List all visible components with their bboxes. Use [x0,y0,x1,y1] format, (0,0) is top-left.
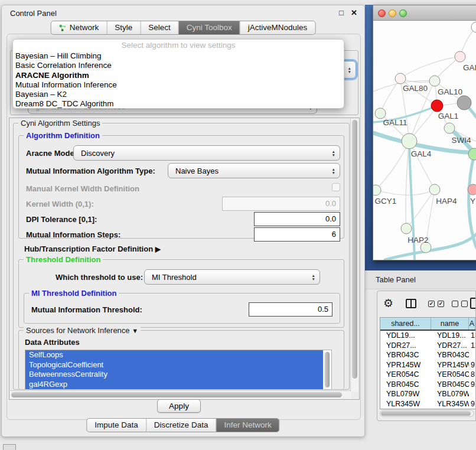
list-item[interactable]: BetweennessCentrality [25,370,323,380]
checked-checkbox-icon[interactable]: ✓ [438,301,444,307]
list-item[interactable]: gal4RGexp [25,380,323,390]
unchecked-checkbox-icon[interactable] [452,301,458,307]
tab-style[interactable]: Style [107,21,141,34]
tab-impute-data[interactable]: Impute Data [87,419,146,432]
checked-checkbox-icon[interactable]: ✓ [428,301,435,307]
close-icon[interactable]: ✕ [351,8,357,17]
dropdown-item[interactable]: Bayesian – Hill Climbing [13,51,344,61]
dropdown-prompt: Select algorithm to view settings [13,41,344,51]
table-row[interactable]: YDR27... YDR27... 12 [380,341,475,351]
mi-algorithm-type-label: Mutual Information Algorithm Type: [26,167,155,175]
node-gal1-selected[interactable] [431,100,443,112]
table-row[interactable]: YER054C YER054C 8. [380,370,475,380]
node-label: GAL10 [438,87,462,96]
dropdown-item[interactable]: Mutual Information Inference [13,80,344,90]
table-row[interactable]: YIL053C YIL053C 9 [380,409,475,409]
list-vertical-scrollbar[interactable] [324,351,330,388]
table-row[interactable]: YBR043C YBR043C [380,350,475,360]
column-browser-icon[interactable] [406,299,416,308]
node-unlabeled-top[interactable] [471,22,476,32]
node-gal4[interactable] [402,133,417,149]
node-hap2[interactable] [401,223,412,234]
table-row[interactable]: YLR345W YLR345W 9. [380,399,475,409]
kernel-width-field[interactable]: 0.0 [222,197,340,211]
tab-network[interactable]: Network [51,21,107,34]
chevron-down-icon[interactable]: ▼ [132,327,138,334]
table-horizontal-scrollbar[interactable] [380,410,474,417]
node-gal-partial[interactable] [455,51,465,62]
scrollbar-thumb[interactable] [352,120,357,379]
node-gray[interactable] [457,96,471,110]
sources-group: Sources for Network Inference ▼ Data Att… [18,330,344,389]
table-row[interactable]: YBL079W YBL079W [380,389,475,399]
gear-icon[interactable]: ⚙ [383,296,393,310]
minimized-panel-icon[interactable] [3,444,16,450]
mi-threshold-field[interactable]: 0.5 [249,302,332,317]
node-label: Y [470,197,475,206]
mi-steps-field[interactable]: 6 [254,227,340,242]
dpi-tolerance-field[interactable]: 0.0 [254,212,340,226]
aracne-mode-combobox[interactable]: Discovery ▲▼ [73,145,340,161]
column-header[interactable]: shared... [380,318,431,330]
network-window-titlebar[interactable] [373,5,476,21]
node-label: GAL80 [403,84,428,93]
node-gal10[interactable] [429,76,440,86]
tab-jactivemnodules[interactable]: jActiveMNodules [240,21,315,34]
node-swi4[interactable] [444,123,455,133]
dropdown-item[interactable]: Bayesian – K2 [13,90,344,99]
node-gal80[interactable] [395,73,406,84]
apply-button[interactable]: Apply [157,399,201,413]
table-row[interactable]: YPR145W YPR145W 9. [380,360,475,370]
document-icon[interactable] [470,298,476,309]
mi-steps-label: Mutual Information Steps: [26,230,120,239]
manual-kernel-width-checkbox[interactable] [332,183,340,191]
scrollbar-thumb[interactable] [11,392,342,397]
tab-cyni-toolbox[interactable]: Cyni Toolbox [179,21,240,34]
mi-algorithm-type-combobox[interactable]: Naive Bayes ▲▼ [168,163,340,178]
chevron-right-icon[interactable]: ▶ [155,245,161,253]
scrollbar-thumb[interactable] [325,352,330,387]
network-graph: GAL GAL80 GAL10 GAL1 GAL11 SWI4 GAL4 GCY… [373,21,476,260]
scrollbar-thumb[interactable] [381,411,471,416]
algorithm-definition-group: Algorithm Definition Aracne Mode: Discov… [18,135,344,239]
horizontal-scrollbar[interactable] [10,390,351,399]
hub-definition-expander[interactable]: Hub/Transcription Factor Definition ▶ [24,244,161,253]
unchecked-checkbox-icon[interactable] [461,301,468,307]
which-threshold-combobox[interactable]: MI Threshold ▲▼ [144,269,320,285]
control-panel-tabs: Network Style Select Cyni Toolbox jActiv… [51,21,316,35]
list-item[interactable]: TopologicalCoefficient [25,360,323,370]
cyni-settings-scrollpane: Cyni Algorithm Settings Algorithm Defini… [9,118,360,400]
tab-discretize-data[interactable]: Discretize Data [146,419,217,432]
node-label: SWI4 [451,136,471,145]
cyni-bottom-tabs: Impute Data Discretize Data Infer Networ… [86,418,279,432]
data-attributes-list[interactable]: SelfLoops TopologicalCoefficient Between… [25,350,332,390]
zoom-traffic-light-icon[interactable] [399,9,407,17]
tab-infer-network[interactable]: Infer Network [216,419,279,432]
dropdown-item-selected[interactable]: ARACNE Algorithm [13,71,344,80]
node-hap4[interactable] [429,184,440,195]
node-gcy1[interactable] [373,185,381,195]
mi-threshold-label: Mutual Information Threshold: [31,305,142,314]
vertical-scrollbar[interactable] [350,119,358,392]
group-title: MI Threshold Definition [29,289,119,298]
node-table[interactable]: shared... name A YDL19... YDL19... 13 YD… [380,317,475,409]
minimize-traffic-light-icon[interactable] [389,9,396,17]
table-header-row: shared... name A [380,318,475,331]
float-window-icon[interactable]: □ [339,8,344,17]
node-gal11[interactable] [375,108,386,119]
list-item[interactable]: SelfLoops [25,350,323,360]
network-canvas[interactable]: GAL GAL80 GAL10 GAL1 GAL11 SWI4 GAL4 GCY… [373,21,476,260]
dropdown-item[interactable]: Basic Correlation Inference [13,61,344,70]
tab-select[interactable]: Select [141,21,179,34]
table-row[interactable]: YBR045C YBR045C 9. [380,380,475,390]
close-traffic-light-icon[interactable] [378,9,386,17]
column-header[interactable]: A [469,318,475,330]
table-row[interactable]: YDL19... YDL19... 13 [380,331,475,341]
data-attributes-label: Data Attributes [25,338,80,347]
node-salmon-partial[interactable] [468,184,476,195]
dropdown-item[interactable]: Dream8 DC_TDC Algorithm [13,99,344,109]
column-header[interactable]: name [431,318,469,330]
stepper-icon: ▲▼ [312,274,315,281]
threshold-definition-group: Threshold Definition Which threshold to … [18,259,344,328]
node-label: GAL1 [438,112,459,120]
